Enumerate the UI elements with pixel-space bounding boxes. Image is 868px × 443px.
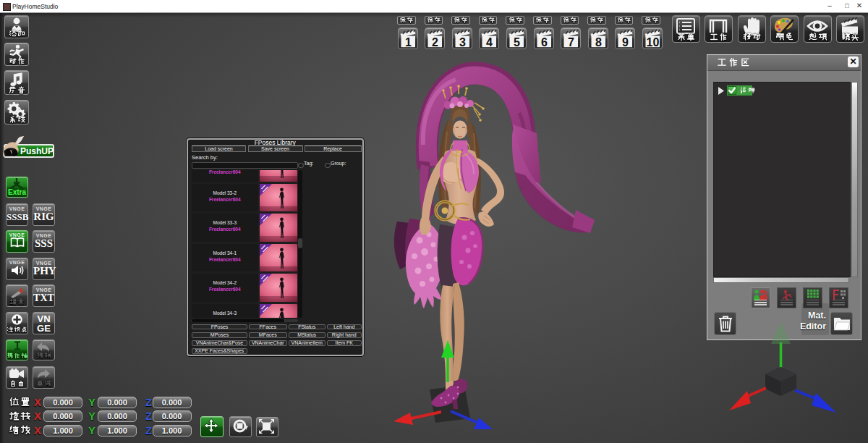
svg-text:1: 1 xyxy=(405,36,412,48)
svg-text:10: 10 xyxy=(646,36,659,48)
svg-text:5: 5 xyxy=(514,36,520,48)
svg-text:4: 4 xyxy=(486,36,493,48)
svg-text:9: 9 xyxy=(622,36,629,48)
svg-text:2: 2 xyxy=(432,36,438,48)
svg-text:7: 7 xyxy=(568,36,574,48)
svg-text:6: 6 xyxy=(541,36,548,48)
svg-text:3: 3 xyxy=(459,36,466,48)
svg-text:8: 8 xyxy=(595,36,602,48)
